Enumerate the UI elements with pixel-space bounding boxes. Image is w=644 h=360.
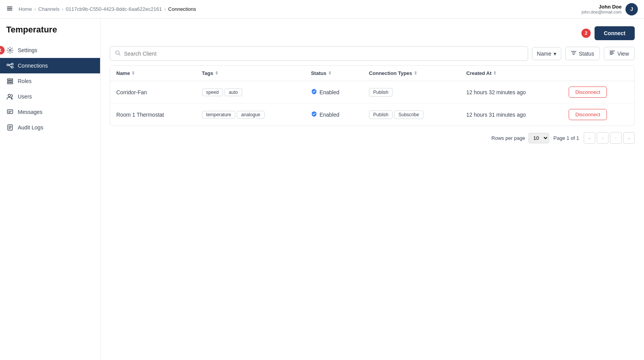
- step2-badge: 2: [581, 29, 591, 38]
- page-info: Page 1 of 1: [554, 135, 579, 141]
- status-text: Enabled: [319, 89, 339, 95]
- sort-name-icon: ⇕: [131, 71, 135, 76]
- user-name: John Doe: [582, 4, 622, 10]
- svg-point-12: [8, 94, 10, 97]
- enabled-icon: [311, 88, 317, 96]
- filter-label: Status: [579, 51, 594, 57]
- svg-rect-1: [7, 8, 12, 9]
- user-text: John Doe john.doe@email.com: [582, 4, 622, 14]
- svg-rect-2: [7, 10, 12, 10]
- breadcrumb-channel-id[interactable]: 0117cb9b-C550-4423-8ddc-6aa622ec2161: [66, 6, 162, 12]
- connections-table: Name ⇕ Tags ⇕: [110, 65, 635, 126]
- col-name[interactable]: Name ⇕: [110, 66, 196, 81]
- pagination: Rows per page 10 25 50 Page 1 of 1 « ‹ ›…: [110, 132, 635, 144]
- topbar: Home › Channels › 0117cb9b-C550-4423-8dd…: [0, 0, 644, 19]
- cell-status: Enabled: [305, 81, 363, 104]
- connection-type-badge: Subscribe: [394, 110, 423, 119]
- view-icon: [610, 50, 615, 57]
- svg-rect-6: [11, 66, 13, 68]
- search-box: [110, 46, 528, 61]
- connect-button[interactable]: Connect: [595, 26, 635, 40]
- breadcrumb-sep3: ›: [164, 6, 166, 12]
- settings-icon: [6, 46, 14, 54]
- first-page-button[interactable]: «: [584, 132, 595, 144]
- main-content: 2 Connect Name ▾: [100, 19, 644, 360]
- sidebar-item-settings-label: Settings: [18, 47, 37, 53]
- user-email: john.doe@email.com: [582, 10, 622, 14]
- sidebar-item-messages-label: Messages: [18, 109, 42, 115]
- sidebar-item-roles[interactable]: Roles: [0, 73, 100, 89]
- sidebar-item-connections[interactable]: Connections: [0, 58, 100, 73]
- breadcrumb-channels[interactable]: Channels: [38, 6, 59, 12]
- sidebar-item-audit-logs-label: Audit Logs: [18, 124, 43, 131]
- sort-label: Name: [537, 51, 551, 57]
- breadcrumb: Home › Channels › 0117cb9b-C550-4423-8dd…: [6, 5, 196, 13]
- cell-action: Disconnect: [562, 81, 634, 104]
- sidebar-item-messages[interactable]: Messages: [0, 104, 100, 120]
- rows-per-page: Rows per page 10 25 50: [491, 133, 549, 143]
- cell-created-at: 12 hours 32 minutes ago: [460, 81, 562, 104]
- sidebar-toggle-icon[interactable]: [6, 5, 13, 13]
- breadcrumb-home[interactable]: Home: [19, 6, 32, 12]
- next-page-button[interactable]: ›: [610, 132, 622, 144]
- connect-btn-area: 2 Connect: [581, 26, 635, 40]
- col-created-at[interactable]: Created At ⇕: [460, 66, 562, 81]
- disconnect-button[interactable]: Disconnect: [569, 109, 607, 120]
- sidebar-item-users-label: Users: [18, 93, 32, 100]
- tag: temperature: [202, 111, 236, 119]
- col-status[interactable]: Status ⇕: [305, 66, 363, 81]
- sidebar-item-roles-label: Roles: [18, 78, 32, 84]
- connection-type-badge: Publish: [369, 110, 393, 119]
- cell-connection-types: Publish: [363, 81, 460, 104]
- cell-status: Enabled: [305, 104, 363, 126]
- col-tags[interactable]: Tags ⇕: [196, 66, 305, 81]
- svg-rect-5: [11, 63, 13, 65]
- table-row: Room 1 ThermostattemperatureanalogueEnab…: [110, 104, 634, 126]
- sidebar-item-connections-label: Connections: [18, 63, 48, 69]
- sort-select[interactable]: Name ▾: [532, 47, 561, 60]
- avatar[interactable]: J: [625, 3, 638, 15]
- col-connection-types[interactable]: Connection Types ⇕: [363, 66, 460, 81]
- sort-tags-icon: ⇕: [215, 71, 218, 76]
- content-header: 2 Connect: [110, 26, 635, 40]
- cell-tags: speedauto: [196, 81, 305, 104]
- breadcrumb-current: Connections: [168, 6, 196, 12]
- search-input[interactable]: [124, 51, 523, 57]
- svg-rect-9: [7, 79, 13, 80]
- filter-icon: [571, 50, 576, 57]
- svg-rect-13: [7, 110, 13, 114]
- cell-action: Disconnect: [562, 104, 634, 126]
- user-info: John Doe john.doe@email.com J: [582, 3, 638, 15]
- page-title: Temperature: [0, 25, 100, 42]
- sort-conn-types-icon: ⇕: [414, 71, 417, 76]
- sidebar-item-users[interactable]: Users: [0, 89, 100, 104]
- sidebar-item-audit-logs[interactable]: Audit Logs: [0, 120, 100, 135]
- breadcrumb-sep2: ›: [62, 6, 63, 12]
- rows-per-page-select[interactable]: 10 25 50: [528, 133, 549, 143]
- page-nav: « ‹ › »: [584, 132, 635, 144]
- rows-per-page-label: Rows per page: [491, 135, 525, 141]
- cell-name: Room 1 Thermostat: [110, 104, 196, 126]
- cell-name: Corridor-Fan: [110, 81, 196, 104]
- svg-rect-10: [7, 81, 13, 82]
- cell-tags: temperatureanalogue: [196, 104, 305, 126]
- last-page-button[interactable]: »: [623, 132, 635, 144]
- cell-connection-types: PublishSubscribe: [363, 104, 460, 126]
- svg-point-3: [9, 49, 11, 51]
- view-button[interactable]: View: [604, 47, 635, 60]
- filter-button[interactable]: Status: [565, 47, 600, 60]
- sidebar-item-settings[interactable]: 1 Settings: [0, 42, 100, 58]
- sort-created-icon: ⇕: [493, 71, 496, 76]
- svg-line-19: [119, 54, 120, 55]
- col-action: [562, 66, 634, 81]
- audit-logs-icon: [6, 124, 14, 131]
- tag: auto: [224, 88, 242, 96]
- svg-rect-0: [7, 7, 12, 7]
- connections-icon: [6, 62, 14, 70]
- table-toolbar: Name ▾ Status View: [110, 46, 635, 61]
- roles-icon: [6, 77, 14, 85]
- svg-line-7: [9, 64, 11, 65]
- sidebar: Temperature 1 Settings Connections: [0, 19, 100, 360]
- disconnect-button[interactable]: Disconnect: [569, 87, 607, 98]
- prev-page-button[interactable]: ‹: [597, 132, 608, 144]
